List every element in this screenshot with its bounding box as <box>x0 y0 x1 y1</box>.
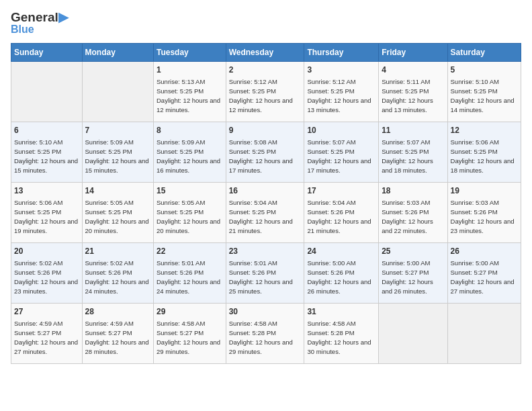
day-info: Sunrise: 4:59 AMSunset: 5:27 PMDaylight:… <box>14 319 79 356</box>
week-row-2: 6Sunrise: 5:10 AMSunset: 5:25 PMDaylight… <box>11 122 521 183</box>
day-info: Sunrise: 4:58 AMSunset: 5:28 PMDaylight:… <box>307 319 375 356</box>
calendar-cell <box>379 304 447 364</box>
day-info: Sunrise: 5:13 AMSunset: 5:25 PMDaylight:… <box>157 77 223 114</box>
day-info: Sunrise: 5:03 AMSunset: 5:26 PMDaylight:… <box>382 198 444 235</box>
calendar-cell: 21Sunrise: 5:02 AMSunset: 5:26 PMDayligh… <box>82 243 153 304</box>
day-info: Sunrise: 5:08 AMSunset: 5:25 PMDaylight:… <box>229 138 302 175</box>
page-header: General▶ Blue <box>11 11 521 35</box>
day-info: Sunrise: 4:58 AMSunset: 5:27 PMDaylight:… <box>157 319 223 356</box>
day-number: 17 <box>307 185 375 197</box>
day-info: Sunrise: 5:12 AMSunset: 5:25 PMDaylight:… <box>307 77 375 114</box>
weekday-header-friday: Friday <box>379 44 447 62</box>
week-row-1: 1Sunrise: 5:13 AMSunset: 5:25 PMDaylight… <box>11 62 521 122</box>
day-info: Sunrise: 4:59 AMSunset: 5:27 PMDaylight:… <box>85 319 150 356</box>
day-info: Sunrise: 5:06 AMSunset: 5:25 PMDaylight:… <box>14 198 79 235</box>
day-info: Sunrise: 5:07 AMSunset: 5:25 PMDaylight:… <box>382 138 444 175</box>
day-info: Sunrise: 5:02 AMSunset: 5:26 PMDaylight:… <box>85 259 150 295</box>
day-number: 10 <box>307 125 375 136</box>
calendar-cell: 2Sunrise: 5:12 AMSunset: 5:25 PMDaylight… <box>226 62 304 122</box>
day-number: 21 <box>85 246 150 257</box>
day-number: 19 <box>451 185 518 197</box>
day-number: 15 <box>157 185 223 197</box>
day-info: Sunrise: 5:10 AMSunset: 5:25 PMDaylight:… <box>451 77 518 114</box>
calendar-cell: 25Sunrise: 5:00 AMSunset: 5:27 PMDayligh… <box>379 243 447 304</box>
weekday-header-monday: Monday <box>82 44 153 62</box>
day-info: Sunrise: 5:00 AMSunset: 5:27 PMDaylight:… <box>382 259 444 295</box>
day-number: 24 <box>307 246 375 257</box>
calendar-cell: 29Sunrise: 4:58 AMSunset: 5:27 PMDayligh… <box>154 304 226 364</box>
logo: General▶ Blue <box>11 11 69 35</box>
day-number: 30 <box>229 306 302 318</box>
day-info: Sunrise: 5:01 AMSunset: 5:26 PMDaylight:… <box>229 259 302 295</box>
calendar-cell <box>447 304 521 364</box>
weekday-header-sunday: Sunday <box>11 44 83 62</box>
day-number: 3 <box>307 64 375 76</box>
week-row-3: 13Sunrise: 5:06 AMSunset: 5:25 PMDayligh… <box>11 183 521 243</box>
calendar-cell: 17Sunrise: 5:04 AMSunset: 5:26 PMDayligh… <box>304 183 379 243</box>
calendar-cell: 6Sunrise: 5:10 AMSunset: 5:25 PMDaylight… <box>11 122 83 183</box>
day-number: 29 <box>157 306 223 318</box>
day-info: Sunrise: 5:04 AMSunset: 5:25 PMDaylight:… <box>229 198 302 235</box>
day-number: 26 <box>451 246 518 257</box>
day-number: 14 <box>85 185 150 197</box>
day-number: 23 <box>229 246 302 257</box>
weekday-header-row: SundayMondayTuesdayWednesdayThursdayFrid… <box>11 44 521 62</box>
day-number: 16 <box>229 185 302 197</box>
day-info: Sunrise: 5:09 AMSunset: 5:25 PMDaylight:… <box>157 138 223 175</box>
day-number: 7 <box>85 125 150 136</box>
calendar-cell: 18Sunrise: 5:03 AMSunset: 5:26 PMDayligh… <box>379 183 447 243</box>
calendar-cell: 27Sunrise: 4:59 AMSunset: 5:27 PMDayligh… <box>11 304 83 364</box>
weekday-header-thursday: Thursday <box>304 44 379 62</box>
week-row-5: 27Sunrise: 4:59 AMSunset: 5:27 PMDayligh… <box>11 304 521 364</box>
day-number: 31 <box>307 306 375 318</box>
weekday-header-saturday: Saturday <box>447 44 521 62</box>
calendar-cell: 16Sunrise: 5:04 AMSunset: 5:25 PMDayligh… <box>226 183 304 243</box>
day-number: 8 <box>157 125 223 136</box>
day-number: 20 <box>14 246 79 257</box>
day-info: Sunrise: 5:09 AMSunset: 5:25 PMDaylight:… <box>85 138 150 175</box>
day-number: 11 <box>382 125 444 136</box>
calendar-cell: 23Sunrise: 5:01 AMSunset: 5:26 PMDayligh… <box>226 243 304 304</box>
calendar-cell: 26Sunrise: 5:00 AMSunset: 5:27 PMDayligh… <box>447 243 521 304</box>
day-number: 1 <box>157 64 223 76</box>
calendar-cell: 22Sunrise: 5:01 AMSunset: 5:26 PMDayligh… <box>154 243 226 304</box>
calendar-cell: 9Sunrise: 5:08 AMSunset: 5:25 PMDaylight… <box>226 122 304 183</box>
day-number: 4 <box>382 64 444 76</box>
day-number: 12 <box>451 125 518 136</box>
day-number: 22 <box>157 246 223 257</box>
calendar-cell: 7Sunrise: 5:09 AMSunset: 5:25 PMDaylight… <box>82 122 153 183</box>
calendar-cell: 3Sunrise: 5:12 AMSunset: 5:25 PMDaylight… <box>304 62 379 122</box>
day-number: 27 <box>14 306 79 318</box>
day-info: Sunrise: 5:10 AMSunset: 5:25 PMDaylight:… <box>14 138 79 175</box>
calendar-cell: 13Sunrise: 5:06 AMSunset: 5:25 PMDayligh… <box>11 183 83 243</box>
day-info: Sunrise: 5:05 AMSunset: 5:25 PMDaylight:… <box>157 198 223 235</box>
day-info: Sunrise: 5:01 AMSunset: 5:26 PMDaylight:… <box>157 259 223 295</box>
calendar-cell: 12Sunrise: 5:06 AMSunset: 5:25 PMDayligh… <box>447 122 521 183</box>
calendar-cell: 20Sunrise: 5:02 AMSunset: 5:26 PMDayligh… <box>11 243 83 304</box>
calendar-cell: 8Sunrise: 5:09 AMSunset: 5:25 PMDaylight… <box>154 122 226 183</box>
day-info: Sunrise: 5:07 AMSunset: 5:25 PMDaylight:… <box>307 138 375 175</box>
calendar-cell: 19Sunrise: 5:03 AMSunset: 5:26 PMDayligh… <box>447 183 521 243</box>
day-number: 9 <box>229 125 302 136</box>
calendar-cell: 4Sunrise: 5:11 AMSunset: 5:25 PMDaylight… <box>379 62 447 122</box>
calendar-table: SundayMondayTuesdayWednesdayThursdayFrid… <box>11 43 521 364</box>
day-number: 28 <box>85 306 150 318</box>
day-info: Sunrise: 5:05 AMSunset: 5:25 PMDaylight:… <box>85 198 150 235</box>
calendar-cell: 5Sunrise: 5:10 AMSunset: 5:25 PMDaylight… <box>447 62 521 122</box>
day-info: Sunrise: 5:11 AMSunset: 5:25 PMDaylight:… <box>382 77 444 114</box>
week-row-4: 20Sunrise: 5:02 AMSunset: 5:26 PMDayligh… <box>11 243 521 304</box>
calendar-cell: 11Sunrise: 5:07 AMSunset: 5:25 PMDayligh… <box>379 122 447 183</box>
calendar-cell: 14Sunrise: 5:05 AMSunset: 5:25 PMDayligh… <box>82 183 153 243</box>
calendar-cell: 15Sunrise: 5:05 AMSunset: 5:25 PMDayligh… <box>154 183 226 243</box>
day-info: Sunrise: 5:00 AMSunset: 5:26 PMDaylight:… <box>307 259 375 295</box>
calendar-cell: 30Sunrise: 4:58 AMSunset: 5:28 PMDayligh… <box>226 304 304 364</box>
calendar-cell: 1Sunrise: 5:13 AMSunset: 5:25 PMDaylight… <box>154 62 226 122</box>
calendar-cell: 24Sunrise: 5:00 AMSunset: 5:26 PMDayligh… <box>304 243 379 304</box>
day-number: 25 <box>382 246 444 257</box>
weekday-header-wednesday: Wednesday <box>226 44 304 62</box>
day-number: 13 <box>14 185 79 197</box>
day-info: Sunrise: 4:58 AMSunset: 5:28 PMDaylight:… <box>229 319 302 356</box>
calendar-cell: 28Sunrise: 4:59 AMSunset: 5:27 PMDayligh… <box>82 304 153 364</box>
day-number: 2 <box>229 64 302 76</box>
day-number: 5 <box>451 64 518 76</box>
